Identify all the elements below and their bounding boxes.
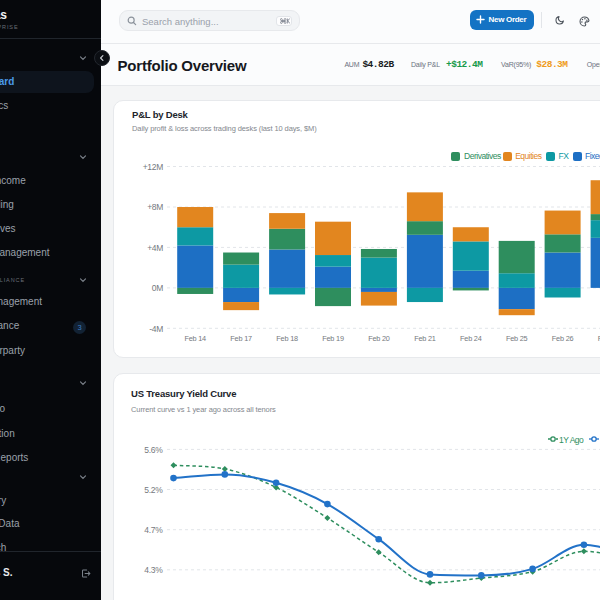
- svg-text:4.3%: 4.3%: [144, 565, 163, 575]
- svg-text:Feb 26: Feb 26: [552, 334, 574, 343]
- svg-text:Feb 14: Feb 14: [184, 334, 206, 343]
- svg-text:4.7%: 4.7%: [144, 525, 163, 535]
- svg-text:-4M: -4M: [149, 324, 163, 334]
- svg-text:Feb 20: Feb 20: [368, 334, 390, 343]
- svg-text:Feb 18: Feb 18: [276, 334, 298, 343]
- svg-text:Feb 21: Feb 21: [414, 334, 436, 343]
- svg-text:+4M: +4M: [147, 243, 163, 253]
- svg-text:0M: 0M: [152, 283, 163, 293]
- svg-text:+8M: +8M: [147, 202, 163, 212]
- svg-text:Feb 24: Feb 24: [460, 334, 482, 343]
- svg-text:5.2%: 5.2%: [144, 485, 163, 495]
- svg-text:5.6%: 5.6%: [144, 445, 163, 455]
- svg-text:Feb 17: Feb 17: [230, 334, 252, 343]
- svg-text:+12M: +12M: [143, 162, 164, 172]
- svg-text:Feb 25: Feb 25: [506, 334, 528, 343]
- svg-text:Feb 19: Feb 19: [322, 334, 344, 343]
